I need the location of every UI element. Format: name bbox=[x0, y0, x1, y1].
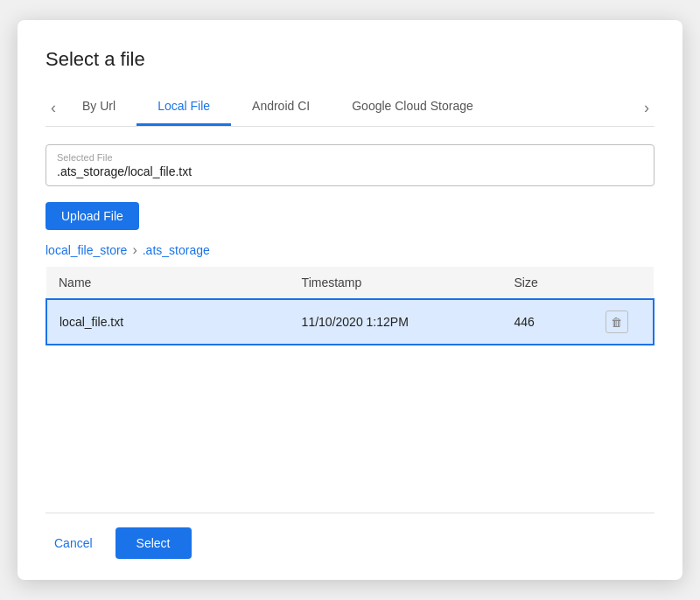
upload-file-button[interactable]: Upload File bbox=[46, 202, 139, 230]
dialog-footer: Cancel Select bbox=[46, 513, 654, 559]
select-button[interactable]: Select bbox=[116, 527, 192, 559]
file-name-cell: local_file.txt bbox=[46, 299, 290, 345]
trash-icon: 🗑 bbox=[611, 316, 622, 329]
cancel-button[interactable]: Cancel bbox=[46, 529, 102, 557]
column-header-size: Size bbox=[501, 267, 592, 299]
tab-google-cloud-storage[interactable]: Google Cloud Storage bbox=[331, 88, 494, 126]
breadcrumb-root[interactable]: local_file_store bbox=[46, 243, 127, 257]
file-size-cell: 446 bbox=[501, 299, 592, 345]
table-row[interactable]: local_file.txt 11/10/2020 1:12PM 446 🗑 bbox=[46, 299, 654, 345]
table-header-row: Name Timestamp Size bbox=[46, 267, 654, 299]
tab-local-file[interactable]: Local File bbox=[136, 88, 231, 126]
selected-file-value: .ats_storage/local_file.txt bbox=[57, 164, 643, 178]
file-select-dialog: Select a file ‹ By Url Local File Androi… bbox=[18, 20, 682, 580]
tab-next-button[interactable]: › bbox=[639, 100, 654, 115]
dialog-title: Select a file bbox=[46, 48, 654, 71]
column-header-name: Name bbox=[46, 267, 290, 299]
breadcrumb: local_file_store › .ats_storage bbox=[46, 242, 654, 258]
tabs-list: By Url Local File Android CI Google Clou… bbox=[61, 88, 639, 126]
column-header-action bbox=[593, 267, 654, 299]
selected-file-label: Selected File bbox=[57, 152, 643, 163]
tabs-row: ‹ By Url Local File Android CI Google Cl… bbox=[46, 88, 654, 127]
file-timestamp-cell: 11/10/2020 1:12PM bbox=[290, 299, 502, 345]
file-table: Name Timestamp Size local_file.txt 11/10… bbox=[46, 267, 654, 345]
tab-prev-button[interactable]: ‹ bbox=[46, 100, 61, 115]
selected-file-field: Selected File .ats_storage/local_file.tx… bbox=[46, 144, 654, 186]
file-action-cell: 🗑 bbox=[593, 299, 654, 345]
breadcrumb-current[interactable]: .ats_storage bbox=[143, 243, 210, 257]
tab-by-url[interactable]: By Url bbox=[61, 88, 136, 126]
tab-android-ci[interactable]: Android CI bbox=[231, 88, 331, 126]
breadcrumb-separator: › bbox=[132, 242, 136, 258]
delete-file-button[interactable]: 🗑 bbox=[606, 310, 628, 333]
column-header-timestamp: Timestamp bbox=[290, 267, 502, 299]
